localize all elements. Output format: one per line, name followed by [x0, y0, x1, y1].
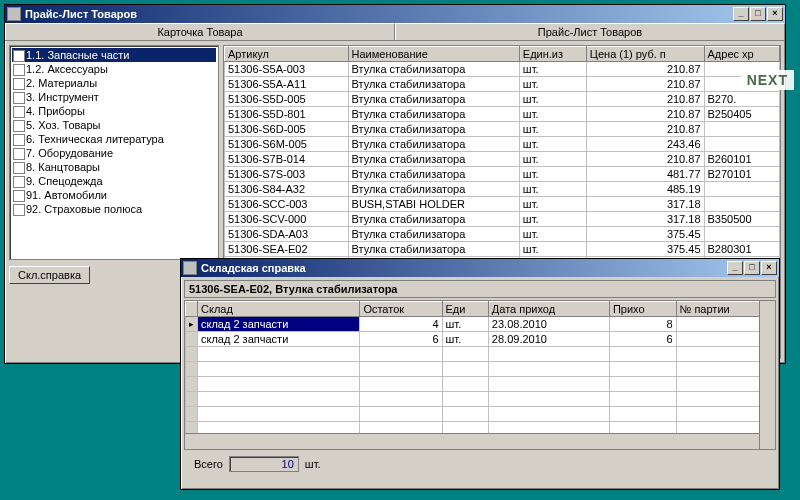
- tree-item[interactable]: 2. Материалы: [12, 76, 216, 90]
- table-row[interactable]: [186, 347, 775, 362]
- cell: [704, 122, 779, 137]
- cell: шт.: [519, 77, 586, 92]
- table-row[interactable]: [186, 362, 775, 377]
- app-icon: [7, 7, 21, 21]
- row-indicator-header: [186, 302, 198, 317]
- cell: 4: [360, 317, 442, 332]
- cell: [198, 407, 360, 422]
- dlg-close-button[interactable]: ×: [761, 261, 777, 275]
- minimize-button[interactable]: _: [733, 7, 749, 21]
- main-titlebar[interactable]: Прайс-Лист Товаров _ □ ×: [5, 5, 785, 23]
- cell: [704, 227, 779, 242]
- cell: [442, 362, 488, 377]
- cell: шт.: [519, 122, 586, 137]
- table-row[interactable]: 51306-S7S-003Втулка стабилизаторашт.481.…: [225, 167, 780, 182]
- cell: 6: [609, 332, 676, 347]
- next-badge: NEXT: [741, 70, 794, 90]
- cell: [360, 347, 442, 362]
- tree-item[interactable]: 92. Страховые полюса: [12, 202, 216, 216]
- column-header[interactable]: Наименование: [348, 47, 519, 62]
- tree-item[interactable]: 1.1. Запасные части: [12, 48, 216, 62]
- column-header[interactable]: Еди: [442, 302, 488, 317]
- close-button[interactable]: ×: [767, 7, 783, 21]
- tab-pricelist[interactable]: Прайс-Лист Товаров: [395, 23, 785, 40]
- tree-item[interactable]: 4. Приборы: [12, 104, 216, 118]
- cell: [442, 392, 488, 407]
- row-indicator: [186, 362, 198, 377]
- table-row[interactable]: 51306-S5D-801Втулка стабилизаторашт.210.…: [225, 107, 780, 122]
- column-header[interactable]: Прихо: [609, 302, 676, 317]
- table-row[interactable]: 51306-S5D-005Втулка стабилизаторашт.210.…: [225, 92, 780, 107]
- table-row[interactable]: склад 2 запчасти6шт.28.09.20106: [186, 332, 775, 347]
- cell: 51306-S6M-005: [225, 137, 349, 152]
- stock-info-button[interactable]: Скл.справка: [9, 266, 90, 284]
- scrollbar-vertical[interactable]: [759, 301, 775, 449]
- tree-item[interactable]: 7. Оборудование: [12, 146, 216, 160]
- column-header[interactable]: Остаток: [360, 302, 442, 317]
- row-indicator: [186, 407, 198, 422]
- dialog-titlebar[interactable]: Складская справка _ □ ×: [181, 259, 779, 277]
- cell: B350500: [704, 212, 779, 227]
- cell: Втулка стабилизатора: [348, 137, 519, 152]
- table-row[interactable]: ▸склад 2 запчасти4шт.23.08.20108: [186, 317, 775, 332]
- tab-card[interactable]: Карточка Товара: [5, 23, 395, 40]
- column-header[interactable]: Дата приход: [488, 302, 609, 317]
- maximize-button[interactable]: □: [750, 7, 766, 21]
- category-tree[interactable]: 1.1. Запасные части1.2. Аксессуары2. Мат…: [9, 45, 219, 260]
- stock-dialog: Складская справка _ □ × 51306-SEA-E02, В…: [180, 258, 780, 490]
- cell: шт.: [519, 227, 586, 242]
- cell: [488, 347, 609, 362]
- table-row[interactable]: 51306-SCC-003BUSH,STABI HOLDERшт.317.18: [225, 197, 780, 212]
- cell: [488, 392, 609, 407]
- dialog-item-header: 51306-SEA-E02, Втулка стабилизатора: [184, 280, 776, 298]
- stock-grid[interactable]: СкладОстатокЕдиДата приходПрихо№ партии …: [184, 300, 776, 450]
- table-row[interactable]: 51306-S5A-A11Втулка стабилизаторашт.210.…: [225, 77, 780, 92]
- cell: Втулка стабилизатора: [348, 152, 519, 167]
- cell: [442, 347, 488, 362]
- column-header[interactable]: Склад: [198, 302, 360, 317]
- cell: шт.: [519, 182, 586, 197]
- table-row[interactable]: 51306-S6D-005Втулка стабилизаторашт.210.…: [225, 122, 780, 137]
- cell: [360, 377, 442, 392]
- tree-item[interactable]: 9. Спецодежда: [12, 174, 216, 188]
- cell: [488, 407, 609, 422]
- column-header[interactable]: Един.из: [519, 47, 586, 62]
- column-header[interactable]: Цена (1) руб. п: [586, 47, 704, 62]
- table-row[interactable]: 51306-S84-A32Втулка стабилизаторашт.485.…: [225, 182, 780, 197]
- column-header[interactable]: Адрес хр: [704, 47, 779, 62]
- table-row[interactable]: [186, 377, 775, 392]
- tree-item[interactable]: 1.2. Аксессуары: [12, 62, 216, 76]
- table-row[interactable]: 51306-SDA-A03Втулка стабилизаторашт.375.…: [225, 227, 780, 242]
- cell: 51306-S5D-005: [225, 92, 349, 107]
- cell: шт.: [519, 242, 586, 257]
- scrollbar-horizontal[interactable]: [185, 433, 759, 449]
- cell: 51306-S5A-003: [225, 62, 349, 77]
- tree-item[interactable]: 6. Техническая литература: [12, 132, 216, 146]
- cell: 375.45: [586, 242, 704, 257]
- cell: 8: [609, 317, 676, 332]
- row-indicator: [186, 347, 198, 362]
- table-row[interactable]: 51306-S5A-003Втулка стабилизаторашт.210.…: [225, 62, 780, 77]
- cell: B260101: [704, 152, 779, 167]
- table-row[interactable]: 51306-SEA-E02Втулка стабилизаторашт.375.…: [225, 242, 780, 257]
- table-row[interactable]: 51306-S7B-014Втулка стабилизаторашт.210.…: [225, 152, 780, 167]
- cell: 481.77: [586, 167, 704, 182]
- tree-item[interactable]: 3. Инструмент: [12, 90, 216, 104]
- dlg-minimize-button[interactable]: _: [727, 261, 743, 275]
- tree-item[interactable]: 91. Автомобили: [12, 188, 216, 202]
- cell: Втулка стабилизатора: [348, 167, 519, 182]
- cell: 51306-S6D-005: [225, 122, 349, 137]
- table-row[interactable]: [186, 392, 775, 407]
- table-row[interactable]: 51306-SCV-000Втулка стабилизаторашт.317.…: [225, 212, 780, 227]
- table-row[interactable]: 51306-S6M-005Втулка стабилизаторашт.243.…: [225, 137, 780, 152]
- main-title: Прайс-Лист Товаров: [25, 8, 733, 20]
- cell: [609, 392, 676, 407]
- row-indicator: [186, 377, 198, 392]
- table-row[interactable]: [186, 407, 775, 422]
- tree-item[interactable]: 8. Канцтовары: [12, 160, 216, 174]
- cell: склад 2 запчасти: [198, 332, 360, 347]
- tree-item[interactable]: 5. Хоз. Товары: [12, 118, 216, 132]
- column-header[interactable]: Артикул: [225, 47, 349, 62]
- dlg-maximize-button[interactable]: □: [744, 261, 760, 275]
- row-indicator: [186, 392, 198, 407]
